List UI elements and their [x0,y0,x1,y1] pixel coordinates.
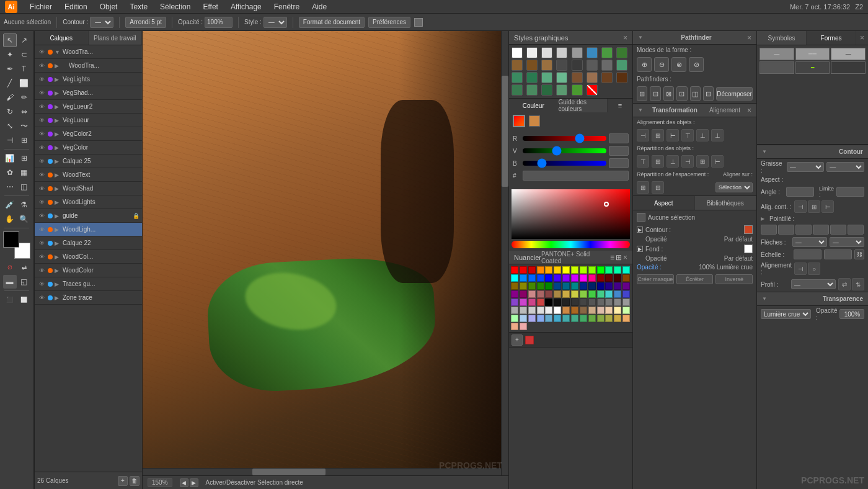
layer-item[interactable]: 👁▶WoodText [35,168,142,182]
nuancier-swatch[interactable] [571,298,578,306]
warp-tool[interactable]: 〜 [17,119,31,133]
preferences-btn[interactable]: Préférences [368,17,410,28]
scale-tool[interactable]: ⤡ [3,119,17,133]
stroke-butt-btn[interactable]: ⊣ [794,262,807,275]
stroke-align-inside-btn[interactable]: ⊣ [794,200,807,213]
layer-visibility-icon[interactable]: 👁 [37,49,46,55]
space-1[interactable] [778,225,794,235]
tab-aspect[interactable]: Aspect [633,196,695,210]
blend-tool[interactable]: ⚗ [17,198,31,212]
screen-mode-btn[interactable]: ⬜ [17,293,31,307]
style-swatch[interactable] [587,84,598,96]
style-swatch[interactable] [616,72,627,83]
space-3[interactable] [848,225,864,235]
layer-item[interactable]: 👁▶Calque 22 [35,236,142,250]
layer-lock-icon[interactable]: 🔒 [132,213,140,219]
layer-visibility-icon[interactable]: 👁 [37,158,46,164]
nuancier-swatch[interactable] [605,282,613,290]
style-swatch[interactable] [526,72,538,83]
selection-tool[interactable]: ↖ [3,34,17,47]
profile-select[interactable]: — [791,279,836,289]
style-swatch[interactable] [601,47,613,58]
nuancier-swatch[interactable] [545,274,552,282]
layer-visibility-icon[interactable]: 👁 [37,281,46,287]
slice-tool[interactable]: ⋯ [3,180,17,194]
v-value[interactable] [609,146,629,156]
nuancier-swatch[interactable] [580,298,587,306]
layer-item[interactable]: 👁▶Traces gu... [35,277,142,291]
layer-item[interactable]: 👁▶WoodColor [35,264,142,277]
nuancier-swatch[interactable] [554,307,561,314]
workspace-btn[interactable] [414,18,423,27]
dist-top-btn[interactable]: ⊤ [637,155,649,168]
direct-selection-tool[interactable]: ↗ [17,34,31,47]
style-swatch[interactable] [541,47,552,58]
layer-item[interactable]: 👁▶WoodCol... [35,250,142,264]
tab-formes[interactable]: Formes [807,31,856,45]
style-swatch[interactable] [587,47,598,58]
v-scrollbar-thumb[interactable] [502,76,508,187]
nuancier-swatch[interactable] [597,307,604,314]
nuancier-swatch[interactable] [511,282,518,290]
nuancier-delete-btn[interactable] [525,336,534,344]
nuancier-swatch[interactable] [571,282,578,290]
nuancier-swatch[interactable] [537,298,544,306]
nav-next-btn[interactable]: ▶ [190,478,198,487]
nuancier-swatch[interactable] [588,307,596,314]
width-tool[interactable]: ⊣ [3,133,17,147]
layer-visibility-icon[interactable]: 👁 [37,90,46,96]
profile-flip-h-btn[interactable]: ⇄ [838,278,851,290]
layer-item[interactable]: 👁▶WoodShad [35,182,142,195]
link-scale-btn[interactable]: ⛓ [854,249,864,259]
nuancier-swatch[interactable] [545,282,552,290]
nuancier-swatch[interactable] [614,315,621,322]
type-tool[interactable]: T [17,62,31,76]
r-value[interactable] [609,133,629,143]
style-swatch[interactable] [556,72,567,83]
layer-expand-icon[interactable]: ▶ [55,172,61,178]
nuancier-swatch[interactable] [545,298,552,306]
layer-expand-icon[interactable]: ▶ [55,117,61,123]
nuancier-swatch[interactable] [554,290,561,298]
nuancier-swatch[interactable] [622,290,630,298]
nuancier-swatch[interactable] [528,307,536,314]
delete-layer-btn[interactable]: 🗑 [130,476,140,486]
nuancier-swatch[interactable] [571,266,578,274]
align-left-btn[interactable]: ⊣ [637,129,649,141]
r-slider[interactable] [523,136,606,141]
menu-objet[interactable]: Objet [97,1,120,12]
nuancier-swatch[interactable] [562,307,570,314]
style-swatch[interactable] [541,72,552,83]
nuancier-close[interactable]: × [623,253,627,262]
style-select[interactable]: — [264,17,287,28]
align-right-btn[interactable]: ⊢ [666,129,679,141]
layer-expand-icon[interactable]: ▶ [55,104,61,110]
layer-item[interactable]: 👁▶Calque 25 [35,155,142,168]
nuancier-swatch[interactable] [528,274,536,282]
layer-item[interactable]: 👁▶VegShad... [35,86,142,100]
layer-item[interactable]: 👁▶Zone trace [35,291,142,305]
shape-item[interactable]: ══ [795,48,830,60]
align-center-h-btn[interactable]: ⊞ [652,129,664,141]
nuancier-swatch[interactable] [562,290,570,298]
nuancier-swatch[interactable] [528,266,536,274]
style-swatch[interactable] [512,60,523,71]
layer-expand-icon[interactable]: ▶ [55,227,61,233]
column-graph-tool[interactable]: ▦ [17,166,31,179]
style-swatch[interactable] [556,47,567,58]
dash-2[interactable] [795,225,812,235]
nuancier-swatch[interactable] [588,290,596,298]
dist-center-h-btn[interactable]: ⊞ [696,155,709,168]
layer-visibility-icon[interactable]: 👁 [37,267,46,274]
layer-expand-icon[interactable]: ▶ [55,63,61,69]
nuancier-swatch[interactable] [520,290,527,298]
style-swatch[interactable] [572,84,583,96]
fill-appear-expand[interactable]: ▶ [637,246,643,252]
menu-aide[interactable]: Aide [309,1,329,12]
color-panel-options[interactable]: ≡ [608,99,632,112]
nav-prev-btn[interactable]: ◀ [180,478,188,487]
nuancier-swatch[interactable] [511,323,518,330]
layer-visibility-icon[interactable]: 👁 [37,199,46,205]
style-swatch[interactable] [512,84,523,96]
dashed-collapse[interactable]: ▶ [761,216,764,222]
